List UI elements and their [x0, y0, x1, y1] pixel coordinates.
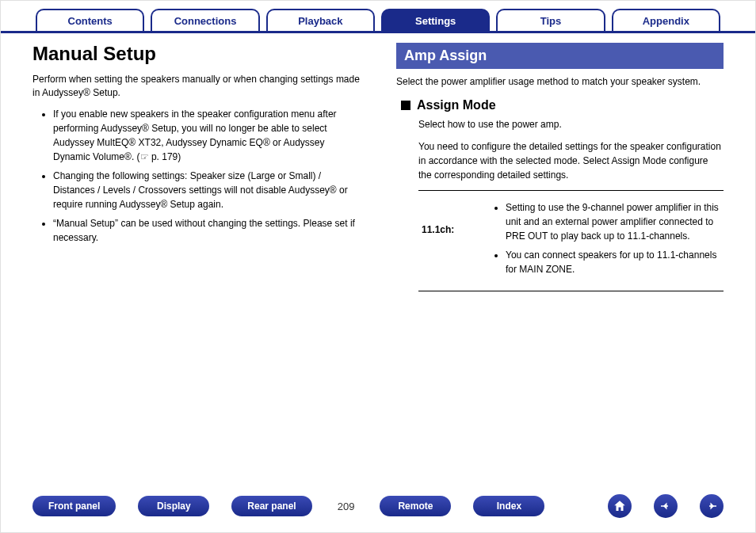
tab-playback[interactable]: Playback: [266, 9, 375, 31]
square-bullet-icon: [401, 101, 410, 110]
sub-text-1: Select how to use the power amp.: [418, 117, 724, 131]
top-tabs: Contents Connections Playback Settings T…: [1, 1, 755, 33]
left-intro: Perform when setting the speakers manual…: [32, 73, 360, 101]
right-column: Amp Assign Select the power amplifier us…: [390, 43, 724, 296]
nav-remote[interactable]: Remote: [380, 496, 451, 516]
row-bullet-2: You can connect speakers for up to 11.1-…: [506, 248, 724, 276]
nav-rear-panel[interactable]: Rear panel: [231, 496, 311, 516]
page-title: Manual Setup: [32, 43, 360, 65]
rule-bottom: [418, 291, 724, 291]
sub-text-2: You need to configure the detailed setti…: [418, 139, 724, 182]
content: Manual Setup Perform when setting the sp…: [1, 33, 755, 296]
tab-settings[interactable]: Settings: [381, 9, 490, 31]
left-bullet-1: If you enable new speakers in the speake…: [53, 107, 360, 164]
sub-block: Select how to use the power amp. You nee…: [418, 117, 724, 291]
left-column: Manual Setup Perform when setting the sp…: [32, 43, 366, 296]
row-bullet-1: Setting to use the 9-channel power ampli…: [506, 200, 724, 243]
subhead-label: Assign Mode: [417, 98, 496, 112]
nav-index[interactable]: Index: [473, 496, 544, 516]
right-intro: Select the power amplifier usage method …: [396, 75, 724, 89]
rule-top: [418, 190, 724, 191]
nav-display[interactable]: Display: [138, 496, 209, 516]
nav-front-panel[interactable]: Front panel: [32, 496, 116, 516]
row-label: 11.1ch:: [418, 200, 490, 281]
row-desc: Setting to use the 9-channel power ampli…: [490, 200, 724, 281]
tab-contents[interactable]: Contents: [36, 9, 144, 31]
section-amp-assign: Amp Assign: [396, 43, 724, 69]
footer: Front panel Display Rear panel 209 Remot…: [1, 494, 755, 518]
left-bullet-2: Changing the following settings: Speaker…: [53, 169, 360, 211]
tab-appendix[interactable]: Appendix: [612, 9, 720, 31]
home-icon[interactable]: [608, 494, 632, 518]
tab-connections[interactable]: Connections: [151, 9, 259, 31]
page-number: 209: [334, 501, 358, 512]
tab-tips[interactable]: Tips: [496, 9, 605, 31]
left-bullet-3: “Manual Setup” can be used without chang…: [53, 216, 360, 245]
next-page-icon[interactable]: [700, 494, 724, 518]
subhead-assign-mode: Assign Mode: [401, 98, 724, 112]
prev-page-icon[interactable]: [654, 494, 678, 518]
settings-row-11ch: 11.1ch: Setting to use the 9-channel pow…: [418, 196, 724, 286]
left-bullets: If you enable new speakers in the speake…: [53, 107, 360, 245]
